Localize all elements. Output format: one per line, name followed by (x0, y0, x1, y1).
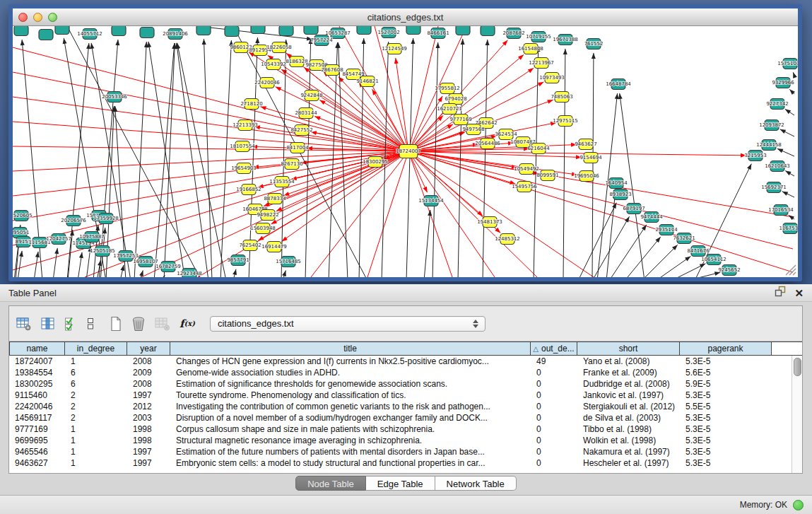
table-cell-name: 18300295 (9, 378, 65, 390)
scrollbar-thumb[interactable] (794, 358, 801, 376)
graph-edge (408, 151, 793, 272)
graph-node[interactable] (406, 26, 420, 35)
column-header-in_degree[interactable]: in_degree (65, 342, 127, 355)
column-header-name[interactable]: name (9, 342, 65, 355)
table-cell-in_degree: 1 (65, 356, 127, 367)
table-row[interactable]: 946362711997Embryonic stem cells: a mode… (9, 457, 792, 469)
edge-arrowhead-icon (281, 69, 287, 74)
graph-node[interactable] (14, 26, 28, 36)
column-header-short[interactable]: short (577, 342, 680, 355)
network-canvas[interactable]: 1872400798601238912954182260581054339281… (13, 26, 798, 277)
table-cell-year: 1998 (127, 435, 170, 446)
column-header-year[interactable]: year (127, 342, 170, 355)
table-row[interactable]: 1456911722003Disruption of a novel membe… (9, 412, 792, 424)
graph-node[interactable] (55, 26, 69, 35)
graph-node-label: 19695046 (574, 173, 599, 179)
graph-node[interactable] (481, 26, 495, 36)
float-panel-icon[interactable] (775, 286, 786, 300)
graph-node[interactable] (279, 26, 293, 36)
graph-node-label: 8267130 (281, 161, 302, 167)
table-cell-year: 2008 (127, 356, 170, 367)
edge-arrowhead-icon (90, 43, 94, 49)
graph-node[interactable] (196, 26, 211, 35)
graph-node-label: 9463627 (575, 141, 596, 147)
graph-node-label: 9474444 (640, 214, 663, 220)
tab-network-table[interactable]: Network Table (435, 476, 517, 491)
edge-arrowhead-icon (276, 207, 283, 211)
column-header-pagerank[interactable]: pagerank (680, 342, 772, 355)
row-checklist-icon[interactable] (64, 317, 77, 331)
graph-node[interactable] (357, 26, 371, 35)
graph-node[interactable] (39, 30, 53, 40)
graph-edge (204, 39, 212, 277)
graph-node-label: 20206576 (61, 218, 86, 223)
table-panel-title: Table Panel (8, 288, 57, 298)
graph-node-label: 12485312 (495, 236, 520, 242)
graph-node-label: 8186328 (286, 59, 307, 64)
column-header-out_degree[interactable]: △out_de... (531, 342, 577, 355)
table-row[interactable]: 1938455462009Genome-wide association stu… (9, 367, 792, 378)
table-scrollbar[interactable] (792, 356, 802, 473)
edge-arrowhead-icon (202, 39, 206, 45)
table-row[interactable]: 1872400712008Changes of HCN gene express… (9, 356, 792, 367)
graph-node[interactable] (112, 26, 126, 36)
table-row[interactable]: 911546021997Tourette syndrome. Phenomeno… (9, 390, 792, 401)
graph-edge (483, 40, 488, 277)
edge-arrowhead-icon (436, 42, 440, 48)
table-selector-dropdown[interactable]: citations_edges.txt (210, 316, 486, 332)
graph-node-label: 17016534 (768, 207, 794, 213)
edge-arrowhead-icon (411, 38, 415, 44)
graph-node-label: 6794028 (445, 96, 466, 102)
new-document-icon[interactable] (110, 316, 122, 332)
network-window[interactable]: citations_edges.txt 18724007986012389129… (8, 4, 802, 281)
table-settings-icon[interactable] (16, 317, 32, 331)
tab-edge-table[interactable]: Edge Table (366, 476, 435, 491)
edge-arrowhead-icon (98, 260, 102, 266)
graph-node[interactable] (456, 26, 470, 35)
table-cell-title: Embryonic stem cells: a model to study s… (170, 457, 531, 469)
graph-edge (13, 97, 408, 151)
graph-node-label: 761552 (584, 41, 604, 47)
graph-node[interactable] (304, 26, 318, 35)
table-cell-in_degree: 1 (65, 435, 127, 446)
graph-node-label: 8427552 (290, 127, 312, 133)
status-bar: Memory: OK (0, 495, 812, 514)
graph-node-label: 9154694 (579, 155, 602, 160)
table-row[interactable]: 2242004622012Investigating the contribut… (9, 401, 792, 412)
graph-node[interactable] (225, 26, 239, 37)
graph-node-label: 9146821 (356, 78, 378, 84)
table-cell-pagerank: 5.6E-5 (680, 367, 772, 378)
edge-arrowhead-icon (276, 87, 282, 91)
graph-edge (625, 237, 661, 277)
rows-icon[interactable] (86, 317, 95, 331)
edge-arrowhead-icon (147, 42, 151, 47)
network-window-titlebar[interactable]: citations_edges.txt (13, 8, 798, 26)
graph-node-label: 12124549 (382, 46, 407, 52)
table-cell-short: Tibbo et al. (1998) (577, 424, 680, 435)
edge-arrowhead-icon (54, 248, 59, 254)
graph-node-label: 16648784 (606, 81, 631, 87)
column-header-title[interactable]: title (170, 342, 531, 355)
table-row[interactable]: 977716911998Corpus callosum shape and si… (9, 424, 792, 435)
table-cell-year: 2009 (127, 367, 170, 378)
graph-node-label: 10549492 (514, 166, 539, 172)
graph-node[interactable] (251, 26, 265, 34)
edge-arrowhead-icon (139, 270, 143, 276)
edge-arrowhead-icon (283, 192, 290, 196)
column-select-icon[interactable] (41, 317, 55, 331)
table-row[interactable]: 946554611997Estimation of the future num… (9, 446, 792, 457)
graph-edge (319, 100, 408, 151)
table-cell-pagerank: 5.3E-5 (680, 412, 772, 424)
graph-node-label: 18300295 (363, 159, 388, 165)
table-row[interactable]: 1830029562008Estimation of significance … (9, 378, 792, 390)
table-cell-short: Jankovic et al. (1997) (577, 390, 680, 401)
close-panel-icon[interactable]: ✕ (794, 288, 804, 298)
delete-trash-icon[interactable] (131, 316, 146, 332)
table-row[interactable]: 969969511998Structural magnetic resonanc… (9, 435, 792, 446)
graph-edge (408, 151, 594, 277)
graph-edge (305, 38, 311, 277)
tab-node-table[interactable]: Node Table (295, 476, 366, 491)
table-cell-name: 14569117 (9, 412, 65, 424)
function-builder-icon[interactable]: f(x) (180, 317, 195, 330)
graph-node[interactable] (140, 28, 154, 38)
